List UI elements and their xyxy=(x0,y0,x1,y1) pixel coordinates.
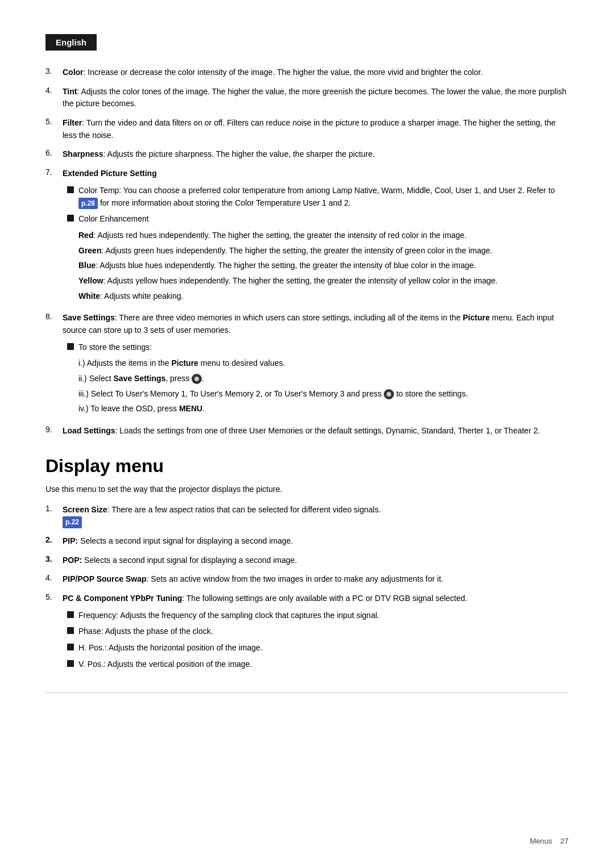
item7-sublist: Color Temp: You can choose a preferred c… xyxy=(67,185,569,303)
color-white: White: Adjusts white peaking. xyxy=(78,290,569,303)
item-num-3: 3. xyxy=(45,66,58,79)
display-bullet-phase: Phase: Adjusts the phase of the clock. xyxy=(67,625,569,638)
item-num-6: 6. xyxy=(45,148,58,161)
item-num-4: 4. xyxy=(45,86,58,110)
display-item-2: 2. PIP: Selects a second input signal fo… xyxy=(45,535,569,548)
item-num-8: 8. xyxy=(45,312,58,418)
item-content-5: Filter: Turn the video and data filters … xyxy=(63,117,569,141)
display-item-num-5: 5. xyxy=(45,592,58,674)
color-red-text: Red: Adjusts red hues independently. The… xyxy=(78,229,467,242)
item-bold-8: Save Settings xyxy=(63,313,115,322)
color-blue-text: Blue: Adjusts blue hues independently. T… xyxy=(78,260,476,272)
page-footer: Menus 27 xyxy=(530,837,569,845)
item-num-9: 9. xyxy=(45,425,58,437)
page-ref-22: p.22 xyxy=(63,516,82,528)
item-bold-5: Filter xyxy=(63,118,82,127)
display-item-content-1: Screen Size: There are a few aspect rati… xyxy=(63,504,569,528)
item-bold-7: Extended Picture Setting xyxy=(63,169,157,178)
item8-steps: i.) Adjusts the items in the Picture men… xyxy=(78,357,569,415)
display-menu-intro: Use this menu to set the way that the pr… xyxy=(45,483,569,496)
color-white-text: White: Adjusts white peaking. xyxy=(78,290,183,303)
list-item-4: 4. Tint: Adjusts the color tones of the … xyxy=(45,86,569,110)
display-item-content-3: POP: Selects a second input signal for d… xyxy=(63,554,569,567)
display-bullet-hpos: H. Pos.: Adjusts the horizontal position… xyxy=(67,642,569,654)
color-green-text: Green: Adjusts green hues independently.… xyxy=(78,245,492,257)
color-red: Red: Adjusts red hues independently. The… xyxy=(78,229,569,242)
bullet-square-8-1 xyxy=(67,343,74,350)
bullet-square-1 xyxy=(67,186,74,193)
display-item-content-5: PC & Component YPbPr Tuning: The followi… xyxy=(63,592,569,674)
bullet-square-phase xyxy=(67,627,74,634)
item-content-6: Sharpness: Adjusts the picture sharpness… xyxy=(63,148,569,161)
page: English 3. Color: Increase or decrease t… xyxy=(0,0,614,745)
display-bullet-freq: Frequency: Adjusts the frequency of the … xyxy=(67,610,569,622)
item8-bullet1-content: To store the settings: xyxy=(78,341,569,354)
color-yellow: Yellow: Adjusts yellow hues independentl… xyxy=(78,275,569,287)
item-content-8: Save Settings: There are three video mem… xyxy=(63,312,569,418)
display-bullet-vpos-text: V. Pos.: Adjusts the vertical position o… xyxy=(78,658,569,671)
display-bullet-vpos: V. Pos.: Adjusts the vertical position o… xyxy=(67,658,569,671)
item-bold-9: Load Settings xyxy=(63,426,115,435)
item7-bullet1-content: Color Temp: You can choose a preferred c… xyxy=(78,185,569,209)
color-yellow-text: Yellow: Adjusts yellow hues independentl… xyxy=(78,275,497,287)
display-item-bold-1: Screen Size xyxy=(63,505,107,514)
item8-step-iv-text: iv.) To leave the OSD, press MENU. xyxy=(78,403,205,415)
display-item-5: 5. PC & Component YPbPr Tuning: The foll… xyxy=(45,592,569,674)
item8-sublist: To store the settings: i.) Adjusts the i… xyxy=(67,341,569,415)
item8-step-ii-text: ii.) Select Save Settings, press . xyxy=(78,373,204,385)
item-num-5: 5. xyxy=(45,117,58,141)
list-item-9: 9. Load Settings: Loads the settings fro… xyxy=(45,425,569,437)
display-item-bold-2: PIP: xyxy=(63,536,78,545)
language-badge: English xyxy=(45,34,97,51)
list-item-5: 5. Filter: Turn the video and data filte… xyxy=(45,117,569,141)
display-item-num-2: 2. xyxy=(45,535,58,548)
item8-step-i-text: i.) Adjusts the items in the Picture men… xyxy=(78,357,285,370)
page-ref-28: p.28 xyxy=(78,198,98,210)
item-num-7: 7. xyxy=(45,168,58,305)
display-bullet-freq-text: Frequency: Adjusts the frequency of the … xyxy=(78,610,569,622)
item7-bullet2: Color Enhancement xyxy=(67,213,569,226)
display-menu-title: Display menu xyxy=(45,456,569,477)
display-bullet-hpos-text: H. Pos.: Adjusts the horizontal position… xyxy=(78,642,569,654)
display-item-1: 1. Screen Size: There are a few aspect r… xyxy=(45,504,569,528)
bullet-square-2 xyxy=(67,215,74,222)
item-content-9: Load Settings: Loads the settings from o… xyxy=(63,425,569,437)
item7-bullet2-content: Color Enhancement xyxy=(78,213,569,226)
display-item-bold-5: PC & Component YPbPr Tuning xyxy=(63,594,182,603)
display-item-bold-3: POP: xyxy=(63,556,82,565)
item-content-7: Extended Picture Setting Color Temp: You… xyxy=(63,168,569,305)
item8-step-iii: iii.) Select To User's Memory 1, To User… xyxy=(78,388,569,400)
item8-step-iv: iv.) To leave the OSD, press MENU. xyxy=(78,403,569,415)
display-bullet-phase-text: Phase: Adjusts the phase of the clock. xyxy=(78,625,569,638)
display-item-3: 3. POP: Selects a second input signal fo… xyxy=(45,554,569,567)
bullet-square-freq xyxy=(67,611,74,618)
bullet-square-hpos xyxy=(67,644,74,650)
display-item-num-4: 4. xyxy=(45,573,58,586)
footer-divider xyxy=(45,692,569,693)
display-item-num-3: 3. xyxy=(45,554,58,567)
display-item-4: 4. PIP/POP Source Swap: Sets an active w… xyxy=(45,573,569,586)
item8-step-i: i.) Adjusts the items in the Picture men… xyxy=(78,357,569,370)
list-item-7: 7. Extended Picture Setting Color Temp: … xyxy=(45,168,569,305)
item8-step-iii-text: iii.) Select To User's Memory 1, To User… xyxy=(78,388,468,400)
list-item-8: 8. Save Settings: There are three video … xyxy=(45,312,569,418)
item7-bullet1: Color Temp: You can choose a preferred c… xyxy=(67,185,569,209)
item-bold-6: Sharpness xyxy=(63,149,103,158)
press-button-icon-2 xyxy=(384,389,394,399)
item-content-3: Color: Increase or decrease the color in… xyxy=(63,66,569,79)
item-bold-3: Color xyxy=(63,68,84,77)
display-item-content-2: PIP: Selects a second input signal for d… xyxy=(63,535,569,548)
bullet-square-vpos xyxy=(67,660,74,667)
display-item5-bullets: Frequency: Adjusts the frequency of the … xyxy=(67,610,569,671)
display-item-bold-4: PIP/POP Source Swap xyxy=(63,574,147,583)
color-enhancement-list: Red: Adjusts red hues independently. The… xyxy=(78,229,569,302)
item-content-4: Tint: Adjusts the color tones of the ima… xyxy=(63,86,569,110)
press-button-icon-1 xyxy=(192,374,202,384)
color-blue: Blue: Adjusts blue hues independently. T… xyxy=(78,260,569,272)
item8-step-ii: ii.) Select Save Settings, press . xyxy=(78,373,569,385)
item-bold-4: Tint xyxy=(63,87,77,96)
footer-page-number: 27 xyxy=(561,837,569,845)
item8-bullet1: To store the settings: xyxy=(67,341,569,354)
display-item-content-4: PIP/POP Source Swap: Sets an active wind… xyxy=(63,573,569,586)
list-item-6: 6. Sharpness: Adjusts the picture sharpn… xyxy=(45,148,569,161)
